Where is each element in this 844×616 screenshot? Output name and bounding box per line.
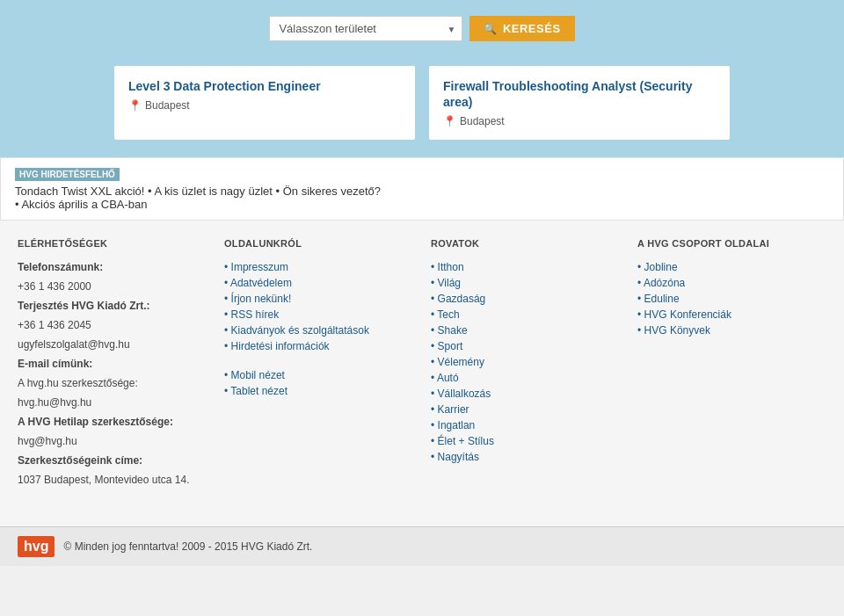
- list-item: Vállalkozás: [431, 386, 620, 402]
- jobline-link[interactable]: Jobline: [644, 261, 678, 273]
- elet-link[interactable]: Élet + Stílus: [438, 435, 494, 447]
- konferenciák-link[interactable]: HVG Konferenciák: [644, 308, 731, 321]
- footer-col-contact: ELÉRHETŐSÉGEK Telefonszámunk: +36 1 436 …: [18, 238, 207, 491]
- tech-link[interactable]: Tech: [437, 308, 459, 321]
- ingatlan-link[interactable]: Ingatlan: [438, 419, 476, 431]
- eduline-link[interactable]: Eduline: [644, 293, 680, 305]
- about-links-list: Impresszum Adatvédelem Írjon nekünk! RSS…: [224, 259, 413, 354]
- jobs-grid: Level 3 Data Protection Engineer 📍 Budap…: [114, 66, 730, 140]
- vallalkozas-link[interactable]: Vállalkozás: [438, 388, 491, 400]
- list-item: HVG Könyvek: [637, 322, 826, 338]
- ad-content: Tondach Twist XXL akció! • A kis üzlet i…: [15, 185, 829, 211]
- sport-link[interactable]: Sport: [438, 340, 463, 352]
- footer-col2-title: OLDALUNKRÓL: [224, 238, 413, 249]
- phone-label: Telefonszámunk:: [18, 259, 207, 275]
- ad-banner: HVG HIRDETÉSFELHŐ Tondach Twist XXL akci…: [0, 157, 844, 221]
- list-item: Impresszum: [224, 259, 413, 275]
- list-item: Kiadványok és szolgáltatások: [224, 322, 413, 338]
- rss-link[interactable]: RSS hírek: [231, 308, 280, 321]
- footer-col-about: OLDALUNKRÓL Impresszum Adatvédelem Írjon…: [224, 238, 413, 491]
- area-select[interactable]: Válasszon területet: [269, 16, 462, 41]
- footer-columns: ELÉRHETŐSÉGEK Telefonszámunk: +36 1 436 …: [18, 238, 826, 491]
- email-value: A hvg.hu szerkesztősége:: [18, 375, 207, 391]
- adozona-link[interactable]: Adózóna: [644, 277, 685, 289]
- ad-text-4: • Akciós április a CBA-ban: [15, 198, 148, 211]
- copyright-text: © Minden jog fenntartva! 2009 - 2015 HVG…: [63, 540, 312, 553]
- about-links-list-2: Mobil nézet Tablet nézet: [224, 367, 413, 399]
- search-bar: Válasszon területet 🔍 KERESÉS: [0, 0, 844, 57]
- ad-label: HVG HIRDETÉSFELHŐ: [15, 167, 829, 185]
- impresszum-link[interactable]: Impresszum: [231, 261, 288, 273]
- sections-links-list: Itthon Világ Gazdaság Tech Shake Sport V…: [431, 259, 620, 465]
- list-item: Hirdetési információk: [224, 338, 413, 354]
- hetilap-email: hvg@hvg.hu: [18, 433, 207, 449]
- list-item: Világ: [431, 275, 620, 291]
- gazdasag-link[interactable]: Gazdaság: [438, 293, 486, 305]
- list-item: Adatvédelem: [224, 275, 413, 291]
- list-item: Adózóna: [637, 275, 826, 291]
- terjesztes-email: ugyfelszolgalat@hvg.hu: [18, 337, 207, 352]
- location-pin-icon-2: 📍: [443, 115, 456, 127]
- karrier-link[interactable]: Karrier: [438, 403, 469, 416]
- terjesztes-label: Terjesztés HVG Kiadó Zrt.:: [18, 298, 207, 314]
- list-item: Nagyítás: [431, 449, 620, 465]
- ad-sep-1: •: [148, 185, 154, 198]
- kiadvanyok-link[interactable]: Kiadványok és szolgáltatások: [231, 324, 369, 337]
- job-title-2: Firewall Troubleshooting Analyst (Securi…: [443, 78, 716, 110]
- itthon-link[interactable]: Itthon: [438, 261, 464, 273]
- phone-value: +36 1 436 2000: [18, 279, 207, 294]
- list-item: Ingatlan: [431, 417, 620, 433]
- bottom-bar: hvg © Minden jog fenntartva! 2009 - 2015…: [0, 526, 844, 566]
- list-item: Tech: [431, 307, 620, 322]
- auto-link[interactable]: Autó: [437, 372, 459, 384]
- mobil-link[interactable]: Mobil nézet: [231, 369, 285, 381]
- list-item: Írjon nekünk!: [224, 291, 413, 307]
- footer-col4-title: A HVG CSOPORT OLDALAI: [637, 238, 826, 249]
- list-item: Mobil nézet: [224, 367, 413, 383]
- konyvek-link[interactable]: HVG Könyvek: [644, 324, 710, 337]
- search-icon: 🔍: [484, 23, 498, 35]
- vilag-link[interactable]: Világ: [438, 277, 461, 289]
- list-item: Vélemény: [431, 354, 620, 370]
- jobs-area: Level 3 Data Protection Engineer 📍 Budap…: [0, 57, 844, 157]
- terjesztes-phone: +36 1 436 2045: [18, 317, 207, 333]
- hirdetési-link[interactable]: Hirdetési információk: [231, 340, 330, 352]
- velemeny-link[interactable]: Vélemény: [438, 356, 484, 368]
- list-item: Gazdaság: [431, 291, 620, 307]
- list-item: Shake: [431, 322, 620, 338]
- list-item: HVG Konferenciák: [637, 307, 826, 322]
- ad-label-text: HVG HIRDETÉSFELHŐ: [15, 168, 120, 181]
- list-item: RSS hírek: [224, 307, 413, 322]
- footer-col1-title: ELÉRHETŐSÉGEK: [18, 238, 207, 249]
- ad-sep-2: •: [276, 185, 283, 198]
- footer-col3-title: ROVATOK: [431, 238, 620, 249]
- job-location-1: 📍 Budapest: [128, 99, 401, 112]
- hvg-logo: hvg: [18, 536, 55, 557]
- job-city-2: Budapest: [460, 115, 505, 127]
- irjon-link[interactable]: Írjon nekünk!: [231, 293, 292, 305]
- job-location-2: 📍 Budapest: [443, 115, 716, 127]
- shake-link[interactable]: Shake: [438, 324, 468, 337]
- email-label: E-mail címünk:: [18, 356, 207, 372]
- job-title-1: Level 3 Data Protection Engineer: [128, 78, 401, 94]
- szerkesztoseg-label: Szerkesztőségeink címe:: [18, 453, 207, 468]
- list-item: Karrier: [431, 402, 620, 417]
- list-item: Élet + Stílus: [431, 433, 620, 449]
- address-value: 1037 Budapest, Montevideo utca 14.: [18, 472, 207, 488]
- search-button[interactable]: 🔍 KERESÉS: [469, 16, 574, 41]
- list-item: Sport: [431, 338, 620, 354]
- list-item: Itthon: [431, 259, 620, 275]
- footer-col-group: A HVG CSOPORT OLDALAI Jobline Adózóna Ed…: [637, 238, 826, 491]
- search-button-label: KERESÉS: [503, 22, 561, 35]
- ad-text-2: A kis üzlet is nagy üzlet: [155, 185, 273, 198]
- tablet-link[interactable]: Tablet nézet: [230, 385, 287, 397]
- area-select-wrapper: Válasszon területet: [269, 16, 462, 41]
- job-card-2[interactable]: Firewall Troubleshooting Analyst (Securi…: [429, 66, 730, 140]
- nagyitas-link[interactable]: Nagyítás: [438, 451, 479, 463]
- adatvédelem-link[interactable]: Adatvédelem: [230, 277, 292, 289]
- job-card-1[interactable]: Level 3 Data Protection Engineer 📍 Budap…: [114, 66, 415, 140]
- group-links-list: Jobline Adózóna Eduline HVG Konferenciák…: [637, 259, 826, 338]
- footer: ELÉRHETŐSÉGEK Telefonszámunk: +36 1 436 …: [0, 221, 844, 526]
- list-item: Autó: [431, 370, 620, 386]
- ad-text-1: Tondach Twist XXL akció!: [15, 185, 144, 198]
